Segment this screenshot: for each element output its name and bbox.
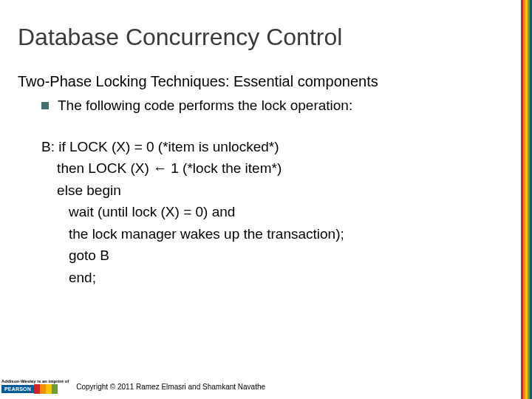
bullet-item: The following code performs the lock ope… — [0, 90, 532, 114]
publisher-logo: Addison-Wesley is an imprint of PEARSON — [1, 379, 69, 394]
code-line: goto B — [41, 245, 532, 266]
logo-pearson-text: PEARSON — [1, 385, 34, 393]
logo-swatch-icon — [34, 384, 40, 394]
bullet-text: The following code performs the lock ope… — [58, 98, 352, 114]
code-line: the lock manager wakes up the transactio… — [41, 223, 532, 245]
logo-swatch-icon — [40, 384, 46, 394]
slide-title: Database Concurrency Control — [0, 0, 532, 51]
side-stripes — [521, 0, 532, 399]
code-line: then LOCK (X) ← 1 (*lock the item*) — [41, 157, 532, 179]
code-block: B: if LOCK (X) = 0 (*item is unlocked*) … — [0, 114, 532, 288]
bullet-square-icon — [41, 102, 49, 109]
logo-addison-wesley: Addison-Wesley is an imprint of — [1, 379, 69, 384]
footer: Addison-Wesley is an imprint of PEARSON … — [0, 374, 532, 399]
slide: Database Concurrency Control Two-Phase L… — [0, 0, 532, 399]
logo-pearson-wrap: PEARSON — [1, 384, 69, 394]
logo-swatch-icon — [46, 384, 52, 394]
code-line: B: if LOCK (X) = 0 (*item is unlocked*) — [41, 136, 532, 157]
slide-subtitle: Two-Phase Locking Techniques: Essential … — [0, 51, 532, 90]
code-line: wait (until lock (X) = 0) and — [41, 201, 532, 222]
copyright-text: Copyright © 2011 Ramez Elmasri and Shamk… — [76, 383, 265, 391]
logo-swatch-icon — [52, 384, 58, 394]
code-line: else begin — [41, 180, 532, 201]
code-line: end; — [41, 267, 532, 288]
